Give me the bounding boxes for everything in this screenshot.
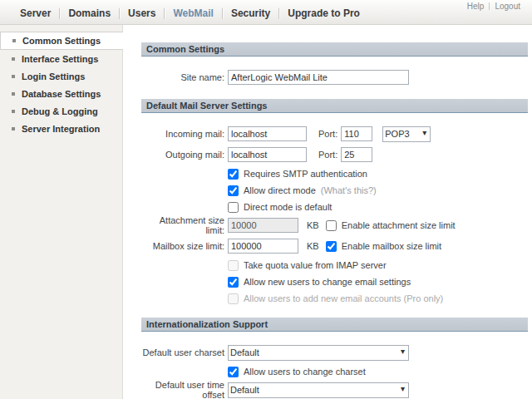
charset-select-wrap: Default bbox=[228, 345, 409, 361]
sidebar-item-interface-settings[interactable]: Interface Settings bbox=[0, 50, 122, 67]
enable-attachment-limit-label: Enable attachment size limit bbox=[342, 220, 456, 230]
settings-content: Common Settings Site name: Default Mail … bbox=[123, 25, 532, 399]
incoming-port-label: Port: bbox=[318, 129, 337, 139]
outgoing-mail-input[interactable] bbox=[228, 147, 307, 162]
sidebar-item-database-settings[interactable]: Database Settings bbox=[0, 85, 122, 102]
bullet-icon bbox=[12, 92, 15, 96]
bullet-icon bbox=[12, 57, 15, 61]
logout-link[interactable]: Logout bbox=[490, 2, 525, 11]
sidebar-item-login-settings[interactable]: Login Settings bbox=[0, 67, 122, 85]
mailbox-limit-input[interactable] bbox=[228, 239, 298, 254]
nav-item-security[interactable]: Security bbox=[223, 6, 278, 21]
outgoing-port-label: Port: bbox=[318, 150, 337, 160]
take-quota-label: Take quota value from IMAP server bbox=[244, 260, 387, 270]
enable-mailbox-limit-label: Enable mailbox size limit bbox=[342, 241, 441, 251]
incoming-mail-label: Incoming mail: bbox=[141, 129, 224, 139]
bullet-icon bbox=[12, 39, 16, 42]
charset-label: Default user charset bbox=[141, 347, 224, 357]
allow-add-accounts-label: Allow users to add new email accounts (P… bbox=[244, 293, 443, 303]
sidebar-item-debug-logging[interactable]: Debug & Logging bbox=[0, 102, 122, 120]
section-mail-server: Incoming mail: Port: POP3 Outgoing mail:… bbox=[141, 113, 528, 318]
direct-mode-default-checkbox[interactable] bbox=[228, 202, 239, 213]
settings-sidebar: Common Settings Interface Settings Login… bbox=[0, 25, 123, 399]
time-offset-select[interactable]: Default bbox=[228, 382, 409, 398]
bullet-icon bbox=[12, 75, 15, 78]
allow-add-accounts-checkbox[interactable] bbox=[228, 293, 239, 304]
section-header-mail-server: Default Mail Server Settings bbox=[141, 99, 528, 113]
top-bar: Server Domains Users WebMail Security Up… bbox=[0, 0, 532, 25]
incoming-mail-input[interactable] bbox=[228, 126, 307, 141]
attachment-limit-unit: KB bbox=[307, 220, 319, 230]
mailbox-limit-unit: KB bbox=[307, 241, 319, 251]
direct-mode-default-label: Direct mode is default bbox=[244, 202, 332, 212]
site-name-input[interactable] bbox=[228, 70, 409, 85]
allow-change-charset-label: Allow users to change charset bbox=[244, 367, 366, 377]
section-common-settings: Site name: bbox=[141, 57, 528, 99]
allow-change-email-checkbox[interactable] bbox=[228, 277, 239, 288]
outgoing-mail-label: Outgoing mail: bbox=[141, 150, 224, 160]
allow-direct-mode-label: Allow direct mode bbox=[244, 185, 316, 195]
requires-smtp-auth-label: Requires SMTP authentication bbox=[244, 169, 367, 179]
sidebar-item-label: Database Settings bbox=[22, 89, 101, 99]
attachment-limit-input[interactable] bbox=[228, 218, 298, 233]
charset-select[interactable]: Default bbox=[228, 345, 409, 361]
utility-links: Help Logout bbox=[462, 2, 525, 11]
help-link[interactable]: Help bbox=[462, 2, 490, 11]
nav-item-server[interactable]: Server bbox=[12, 6, 59, 21]
protocol-select-wrap: POP3 bbox=[382, 126, 431, 142]
allow-change-charset-checkbox[interactable] bbox=[228, 367, 239, 377]
outgoing-port-input[interactable] bbox=[341, 147, 372, 162]
mailbox-limit-label: Mailbox size limit: bbox=[141, 241, 224, 251]
section-header-common-settings: Common Settings bbox=[141, 42, 528, 57]
nav-item-webmail[interactable]: WebMail bbox=[165, 6, 221, 21]
incoming-port-input[interactable] bbox=[341, 126, 372, 141]
main-nav: Server Domains Users WebMail Security Up… bbox=[12, 6, 368, 21]
allow-change-email-label: Allow new users to change email settings bbox=[244, 277, 411, 287]
nav-item-domains[interactable]: Domains bbox=[60, 6, 119, 21]
protocol-select[interactable]: POP3 bbox=[382, 126, 431, 142]
time-offset-label: Default user time offset bbox=[141, 380, 224, 399]
take-quota-checkbox[interactable] bbox=[228, 260, 239, 271]
sidebar-item-common-settings[interactable]: Common Settings bbox=[0, 32, 123, 50]
nav-item-users[interactable]: Users bbox=[120, 6, 164, 21]
section-i18n: Default user charset Default Allow users… bbox=[141, 332, 528, 399]
sidebar-item-label: Login Settings bbox=[22, 71, 85, 81]
sidebar-item-label: Debug & Logging bbox=[22, 106, 98, 116]
sidebar-item-label: Server Integration bbox=[22, 124, 100, 134]
enable-attachment-limit-checkbox[interactable] bbox=[326, 220, 337, 231]
site-name-label: Site name: bbox=[141, 72, 224, 82]
allow-direct-mode-checkbox[interactable] bbox=[228, 185, 239, 196]
section-header-i18n: Internationalization Support bbox=[141, 318, 528, 332]
nav-item-upgrade-to-pro[interactable]: Upgrade to Pro bbox=[279, 6, 368, 21]
enable-mailbox-limit-checkbox[interactable] bbox=[326, 241, 337, 252]
whats-this-link[interactable]: (What's this?) bbox=[321, 185, 377, 195]
bullet-icon bbox=[12, 127, 15, 131]
attachment-limit-label: Attachment size limit: bbox=[141, 215, 224, 235]
sidebar-item-server-integration[interactable]: Server Integration bbox=[0, 120, 122, 137]
sidebar-item-label: Interface Settings bbox=[22, 54, 98, 64]
sidebar-item-label: Common Settings bbox=[22, 36, 101, 46]
bullet-icon bbox=[12, 110, 15, 113]
requires-smtp-auth-checkbox[interactable] bbox=[228, 169, 239, 180]
time-offset-select-wrap: Default bbox=[228, 382, 409, 398]
